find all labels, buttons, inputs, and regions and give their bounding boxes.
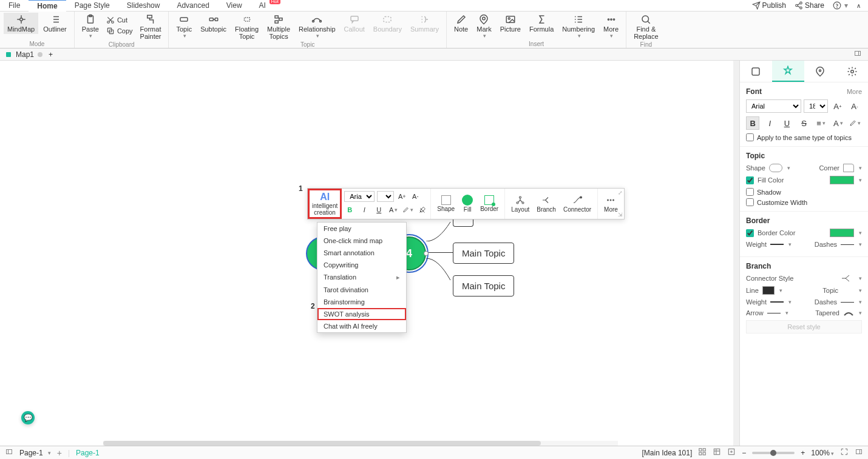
float-font-size[interactable]: 18 [377,191,394,202]
callout-button[interactable]: Callout [341,13,368,34]
customize-width-checkbox[interactable] [746,198,754,206]
float-font-color[interactable]: A▾ [388,204,399,215]
publish-button[interactable]: Publish [752,1,786,10]
zoom-out[interactable]: − [742,449,746,457]
border-color-swatch[interactable] [830,229,854,237]
float-layout-button[interactable]: Layout [509,195,532,213]
branch-arrow-select[interactable] [767,313,781,313]
insert-more-button[interactable]: More▾ [600,13,622,41]
panel-tab-style[interactable] [772,61,804,82]
menu-advanced[interactable]: Advanced [168,0,217,11]
float-shape-button[interactable]: Shape [435,195,457,212]
ai-menu-swot[interactable]: SWOT analysis [317,308,406,320]
reset-style-button[interactable]: Reset style [746,320,862,333]
ai-menu-translation[interactable]: Translation▸ [317,271,406,284]
float-border-button[interactable]: Border [478,195,501,212]
ai-menu-tarot[interactable]: Tarot divination [317,284,406,296]
shape-select[interactable] [769,164,782,172]
numbering-button[interactable]: Numbering▾ [558,13,598,41]
float-pin-button[interactable]: ⤢ [618,190,623,196]
float-font-shrink[interactable]: A- [410,191,421,202]
document-tab[interactable]: Map1 [5,50,42,59]
collapse-ribbon[interactable]: ∧ [856,1,861,10]
font-more-button[interactable]: More [847,88,862,95]
font-color-button[interactable]: A▾ [832,116,845,130]
mindmap-mode-button[interactable]: MindMap [4,13,38,34]
formula-button[interactable]: Formula [526,13,557,34]
float-font-family[interactable]: Arial [344,191,375,202]
ai-menu-chat[interactable]: Chat with AI freely [317,320,406,332]
fullscreen-button[interactable] [840,447,849,458]
panel-tab-settings[interactable] [836,61,868,82]
menu-ai[interactable]: AI Hot [251,0,274,11]
shadow-checkbox[interactable] [746,188,754,196]
add-doc-button[interactable]: + [49,50,53,59]
canvas[interactable]: 1 2 4 Main Topic Main Topic AI intellige… [0,61,733,446]
boundary-button[interactable]: Boundary [370,13,405,34]
zoom-in[interactable]: + [801,449,805,457]
highlight-button[interactable]: ▾ [849,116,862,130]
menu-page-style[interactable]: Page Style [66,0,118,11]
menu-home[interactable]: Home [29,0,66,12]
branch-topic-select[interactable] [842,286,854,295]
ai-menu-smart[interactable]: Smart annotation [317,247,406,259]
chat-bubble-button[interactable]: 💬 [21,411,35,424]
border-color-checkbox[interactable] [746,229,754,237]
branch-tapered-select[interactable] [843,309,854,317]
ai-menu-oneclick[interactable]: One-click mind map [317,235,406,247]
find-replace-button[interactable]: Find & Replace [630,13,662,41]
menu-file[interactable]: File [0,0,29,11]
font-family-select[interactable]: Arial [746,99,801,113]
font-shrink-button[interactable]: A- [847,99,862,113]
apply-same-checkbox[interactable] [746,133,754,141]
topic-node-3[interactable]: Main Topic [453,275,514,297]
menu-view[interactable]: View [218,0,251,11]
summary-button[interactable]: Summary [407,13,442,34]
relationship-button[interactable]: Relationship▾ [295,13,339,41]
format-painter-button[interactable]: Format Painter [137,13,165,41]
outliner-mode-button[interactable]: Outliner [39,13,70,34]
branch-weight-select[interactable] [770,301,784,303]
panel-tab-format[interactable] [740,61,772,82]
border-dashes-select[interactable] [841,244,854,245]
ai-menu-free-play[interactable]: Free play [317,223,406,235]
float-connector-button[interactable]: Connector [561,195,594,213]
share-button[interactable]: Share [795,1,824,10]
float-font-grow[interactable]: A+ [396,191,407,202]
copy-button[interactable]: Copy [104,26,135,36]
bold-button[interactable]: B [746,116,759,130]
connector-style-select[interactable] [841,274,854,283]
cut-button[interactable]: Cut [104,15,135,25]
fill-color-swatch[interactable] [830,176,854,184]
float-underline[interactable]: U [373,204,384,215]
note-button[interactable]: Note [450,13,472,34]
node-port-right[interactable] [424,251,429,256]
float-fill-button[interactable]: Fill [459,195,475,213]
horizontal-scrollbar[interactable] [103,441,618,446]
panel-tab-tag[interactable] [804,61,836,82]
view-center-icon[interactable] [727,447,736,458]
ai-menu-copywriting[interactable]: Copywriting [317,259,406,271]
float-bold[interactable]: B [344,204,355,215]
topic-node-2[interactable]: Main Topic [453,243,514,264]
help-button[interactable]: ▾ [833,1,848,10]
branch-line-color[interactable] [762,286,775,295]
zoom-slider[interactable] [752,452,795,454]
paste-button[interactable]: Paste▾ [78,13,103,41]
underline-button[interactable]: U [780,116,793,130]
branch-dashes-select[interactable] [841,302,854,303]
float-italic[interactable]: I [359,204,370,215]
topic-button[interactable]: Topic▾ [172,13,195,41]
corner-select[interactable] [843,164,854,172]
zoom-level[interactable]: 100%▾ [811,449,834,457]
align-button[interactable]: ≡▾ [815,116,828,130]
subtopic-button[interactable]: Subtopic [197,13,230,34]
float-expand-button[interactable]: ⇲ [618,212,623,218]
ai-menu-brainstorm[interactable]: Brainstorming [317,296,406,308]
float-clear-format[interactable] [417,204,428,215]
floating-topic-button[interactable]: Floating Topic [231,13,262,41]
vertical-scrollbar[interactable] [733,61,739,446]
float-more-button[interactable]: More [602,195,620,213]
menu-slideshow[interactable]: Slideshow [118,0,169,11]
multiple-topics-button[interactable]: Multiple Topics [263,13,294,41]
